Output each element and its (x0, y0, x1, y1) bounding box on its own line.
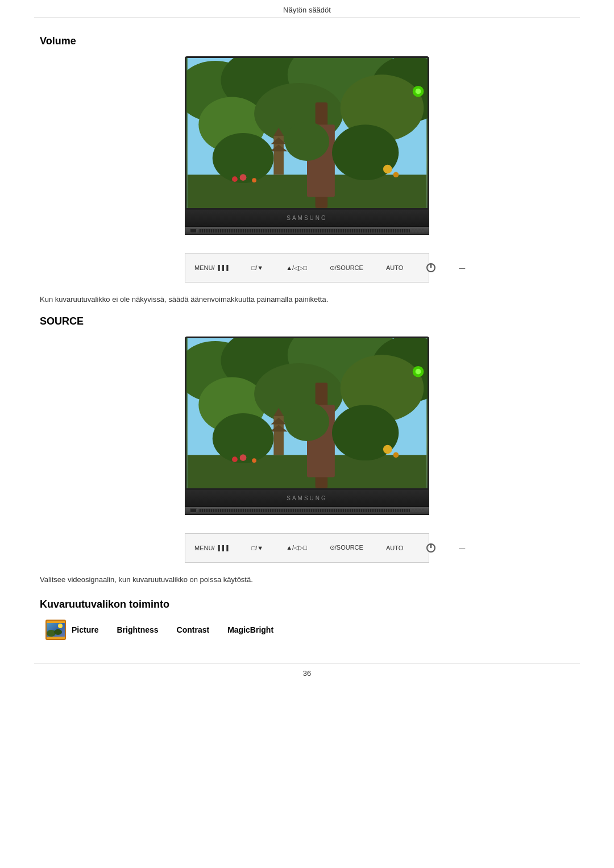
source-mini-4 (422, 509, 424, 512)
page-container: Näytön säädöt Volume (0, 0, 614, 868)
svg-point-58 (54, 629, 62, 635)
ctrl-menu-source: MENU/ ▐▐▐ (194, 545, 229, 551)
base-mini-3 (418, 229, 421, 232)
ctrl-nav2-volume: ▲/◁▷□ (286, 264, 307, 272)
source-source-icon: ⊙/SOURCE (330, 544, 363, 551)
ctrl-nav1-volume: □/▼ (252, 264, 264, 271)
auto-label: AUTO (386, 264, 403, 271)
svg-point-49 (393, 452, 399, 458)
source-monitor-bezel: SAMSUNG (185, 490, 429, 507)
nav1-icon: □/▼ (252, 264, 264, 271)
volume-samsung-logo: SAMSUNG (287, 215, 327, 221)
picture-icon-svg (47, 623, 65, 637)
volume-monitor-wrapper: SAMSUNG (185, 56, 429, 235)
source-auto-label: AUTO (386, 545, 403, 551)
source-base-bar (185, 507, 429, 515)
ctrl-nav2-source: ▲/◁▷□ (286, 544, 307, 551)
svg-point-45 (240, 454, 247, 461)
magicbright-label: MagicBright (227, 625, 273, 634)
volume-monitor-bezel: SAMSUNG (185, 210, 429, 227)
source-monitor-scene (186, 338, 428, 488)
footer-area: 36 (0, 663, 614, 683)
source-menu-bars-icon: ▐▐▐ (216, 545, 229, 551)
ctrl-auto-volume: AUTO (386, 264, 403, 271)
source-mini-3 (418, 509, 421, 512)
source-mini-1 (412, 509, 414, 512)
source-scene-svg (186, 338, 428, 488)
source-nav1-icon: □/▼ (252, 545, 264, 551)
base-dots-right (412, 229, 424, 232)
svg-point-47 (232, 456, 238, 462)
base-dot-1 (190, 229, 197, 233)
source-base-dots-right (412, 509, 424, 512)
brightness-label: Brightness (117, 625, 158, 634)
menu-icon: MENU/ (194, 264, 214, 271)
svg-point-46 (252, 458, 256, 463)
ctrl-source-source: ⊙/SOURCE (330, 544, 363, 551)
source-section: SOURCE (40, 315, 574, 585)
page-number: 36 (303, 669, 311, 678)
contrast-label: Contrast (177, 625, 210, 634)
volume-control-bar-container: MENU/ ▐▐▐ □/▼ ▲/◁▷□ ⊙/SOURCE (40, 245, 574, 283)
ctrl-power-volume (426, 263, 436, 273)
ctrl-source-volume: ⊙/SOURCE (330, 264, 363, 272)
minus-icon: — (459, 264, 465, 271)
volume-section: Volume (40, 35, 574, 305)
volume-heading: Volume (40, 35, 574, 47)
svg-point-17 (285, 122, 329, 160)
svg-point-19 (252, 178, 256, 182)
ctrl-minus-source: — (459, 545, 465, 551)
ctrl-menu-volume: MENU/ ▐▐▐ (194, 264, 229, 271)
source-mini-2 (415, 509, 417, 512)
nav2-icon: ▲/◁▷□ (286, 264, 307, 272)
source-menu-icon: MENU/ (194, 545, 214, 551)
content-area: Volume (0, 35, 614, 640)
svg-point-22 (393, 172, 399, 177)
ctrl-minus-volume: — (459, 264, 465, 271)
svg-point-51 (416, 368, 421, 374)
volume-control-bar: MENU/ ▐▐▐ □/▼ ▲/◁▷□ ⊙/SOURCE (185, 253, 429, 283)
svg-point-20 (232, 176, 238, 182)
ctrl-nav1-source: □/▼ (252, 545, 264, 551)
menu-bars-icon: ▐▐▐ (216, 265, 229, 271)
page-header: Näytön säädöt (0, 0, 614, 18)
volume-base-bar (185, 227, 429, 235)
ctrl-auto-source: AUTO (386, 545, 403, 551)
source-icon: ⊙/SOURCE (330, 264, 363, 272)
picture-menu-row: Picture Brightness Contrast MagicBright (40, 620, 574, 640)
source-nav2-icon: ▲/◁▷□ (286, 544, 307, 551)
header-title: Näytön säädöt (283, 6, 331, 14)
picture-icon-group: Picture (45, 620, 98, 640)
volume-monitor-screen (185, 56, 429, 210)
svg-point-21 (383, 165, 392, 174)
volume-description: Kun kuvaruutuvalikko ei ole näkyvissä, s… (40, 294, 574, 305)
volume-monitor-scene (186, 58, 428, 208)
source-heading: SOURCE (40, 315, 574, 327)
source-control-bar: MENU/ ▐▐▐ □/▼ ▲/◁▷□ ⊙/SOURCE (185, 533, 429, 563)
volume-scene-svg (186, 58, 428, 208)
svg-point-18 (240, 174, 247, 181)
source-samsung-logo: SAMSUNG (287, 495, 327, 501)
source-bar-long (198, 509, 410, 512)
source-monitor-wrapper: SAMSUNG (185, 337, 429, 515)
source-minus-icon: — (459, 545, 465, 551)
svg-point-44 (285, 402, 329, 441)
base-mini-4 (422, 229, 424, 232)
svg-point-48 (383, 445, 392, 454)
power-icon (426, 263, 436, 273)
base-bar-long (198, 229, 410, 232)
source-monitor-screen (185, 337, 429, 490)
ctrl-power-source (426, 543, 436, 553)
source-description: Valitsee videosignaalin, kun kuvaruutuva… (40, 574, 574, 585)
source-power-icon (426, 543, 436, 553)
source-base-dot (190, 508, 197, 513)
svg-point-24 (416, 89, 421, 94)
svg-point-56 (58, 624, 63, 628)
picture-label: Picture (72, 625, 98, 634)
picture-icon (45, 620, 66, 640)
kuvaruutu-heading: Kuvaruutuvalikon toiminto (40, 599, 574, 610)
base-mini-2 (415, 229, 417, 232)
source-monitor-container: SAMSUNG (40, 337, 574, 515)
kuvaruutu-section: Kuvaruutuvalikon toiminto (40, 599, 574, 640)
source-control-bar-container: MENU/ ▐▐▐ □/▼ ▲/◁▷□ ⊙/SOURCE (40, 525, 574, 563)
